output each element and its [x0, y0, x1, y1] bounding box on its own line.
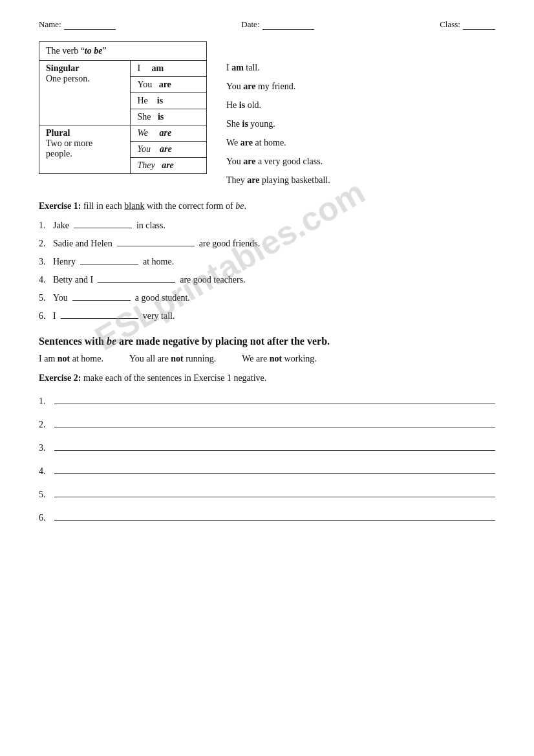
- class-label: Class:: [440, 19, 460, 30]
- example-4: She is young.: [226, 117, 330, 131]
- example-3: He is old.: [226, 98, 330, 112]
- write-line-1: 1.: [39, 393, 495, 407]
- write-line-5: 5.: [39, 486, 495, 500]
- blank-5[interactable]: [72, 300, 131, 301]
- exercise2-label: Exercise 2:: [39, 373, 81, 383]
- write-line-6: 6.: [39, 509, 495, 523]
- blank-4[interactable]: [98, 282, 175, 283]
- class-value: [463, 19, 495, 30]
- write-line-4: 4.: [39, 462, 495, 477]
- row-she: She is: [131, 109, 207, 125]
- exercise1-item-6: 6. I very tall.: [39, 311, 495, 321]
- answer-line-1[interactable]: [54, 393, 495, 404]
- exercise1-item-3: 3. Henry at home.: [39, 257, 495, 267]
- negative-examples: I am not at home. You all are not runnin…: [39, 354, 495, 364]
- plural-category: PluralTwo or morepeople.: [39, 125, 131, 174]
- name-label: Name:: [39, 19, 61, 30]
- example-5: We are at home.: [226, 136, 330, 149]
- row-he: He is: [131, 93, 207, 109]
- date-field: Date:: [241, 19, 314, 30]
- example-2: You are my friend.: [226, 80, 330, 93]
- date-value: [262, 19, 314, 30]
- neg-example-2: You all are not running.: [129, 354, 216, 364]
- example-7: They are playing basketball.: [226, 173, 330, 187]
- negative-rule-title: Sentences with be are made negative by p…: [39, 334, 495, 349]
- name-value: [64, 19, 116, 30]
- answer-line-3[interactable]: [54, 439, 495, 451]
- header: Name: Date: Class:: [39, 19, 495, 30]
- example-6: You are a very good class.: [226, 155, 330, 168]
- row-they: They are: [131, 158, 207, 174]
- row-you-singular: You are: [131, 77, 207, 93]
- main-content: The verb “to be” SingularOne person. I a…: [39, 41, 495, 187]
- neg-example-1: I am not at home.: [39, 354, 103, 364]
- table-title: The verb “to be”: [39, 42, 207, 61]
- date-label: Date:: [241, 19, 259, 30]
- answer-line-6[interactable]: [54, 509, 495, 521]
- blank-1[interactable]: [74, 228, 132, 228]
- exercise1-item-1: 1. Jake in class.: [39, 221, 495, 231]
- row-we: We are: [131, 125, 207, 142]
- exercise1-title: Exercise 1: fill in each blank with the …: [39, 201, 495, 211]
- neg-example-3: We are not working.: [242, 354, 317, 364]
- answer-line-4[interactable]: [54, 462, 495, 474]
- negative-section: Sentences with be are made negative by p…: [39, 334, 495, 523]
- class-field: Class:: [440, 19, 495, 30]
- verb-table: The verb “to be” SingularOne person. I a…: [39, 41, 207, 174]
- exercise1-item-5: 5. You a good student.: [39, 293, 495, 303]
- exercise2-lines: 1. 2. 3. 4. 5. 6.: [39, 393, 495, 523]
- blank-2[interactable]: [117, 246, 195, 246]
- blank-3[interactable]: [80, 264, 138, 265]
- row-i: I am: [131, 61, 207, 77]
- exercise1-label: Exercise 1:: [39, 201, 81, 211]
- examples-column: I am tall. You are my friend. He is old.…: [226, 41, 330, 187]
- name-field: Name:: [39, 19, 116, 30]
- write-line-2: 2.: [39, 416, 495, 430]
- blank-6[interactable]: [61, 318, 138, 319]
- exercise1-item-4: 4. Betty and I are good teachers.: [39, 275, 495, 285]
- verb-table-container: The verb “to be” SingularOne person. I a…: [39, 41, 207, 187]
- exercise2-title: Exercise 2: make each of the sentences i…: [39, 373, 495, 383]
- answer-line-2[interactable]: [54, 416, 495, 427]
- exercise1-section: Exercise 1: fill in each blank with the …: [39, 201, 495, 321]
- answer-line-5[interactable]: [54, 486, 495, 497]
- singular-category: SingularOne person.: [39, 61, 131, 125]
- exercise1-item-2: 2. Sadie and Helen are good friends.: [39, 239, 495, 249]
- row-you-plural: You are: [131, 142, 207, 158]
- example-1: I am tall.: [226, 61, 330, 74]
- write-line-3: 3.: [39, 439, 495, 453]
